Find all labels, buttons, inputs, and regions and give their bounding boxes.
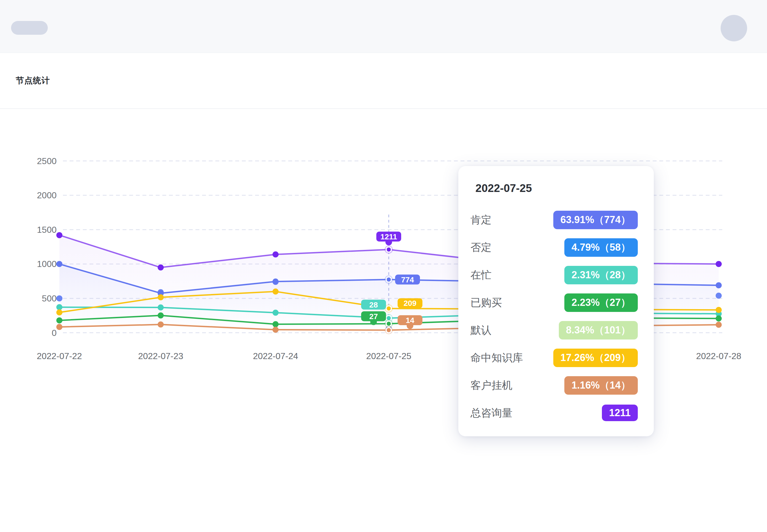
tooltip-series-label: 命中知识库 [470,351,523,365]
tooltip-row: 总咨询量1211 [470,399,638,427]
node-stats-chart[interactable]: 050010001500200025002022-07-222022-07-23… [0,109,767,532]
data-point-purchased [56,317,62,324]
tooltip-series-label: 默认 [470,323,491,337]
tooltip-series-label: 否定 [470,240,491,255]
tooltip-series-label: 肯定 [470,213,491,227]
y-axis-tick-label: 1000 [37,259,57,269]
data-point-negative [56,295,62,301]
tooltip-row: 肯定63.91%（774） [470,206,638,234]
data-point-purchased [716,316,722,322]
data-point-total [716,261,722,267]
data-point-kb_hit [158,294,164,300]
data-point-kb_hit [56,309,62,316]
tooltip-value-badge: 2.31%（28） [564,266,638,284]
data-point-hangup [158,322,164,328]
tooltip-value-badge: 8.34%（101） [559,321,638,339]
data-point-total [56,232,62,238]
tooltip-value-badge: 63.91%（774） [553,211,638,229]
tooltip-value-badge: 17.26%（209） [553,349,638,367]
x-axis-tick-label: 2022-07-23 [138,351,183,361]
tooltip-row: 默认8.34%（101） [470,316,638,344]
highlight-point-total [385,245,393,254]
tooltip-row: 在忙2.31%（28） [470,261,638,289]
y-axis-tick-label: 1500 [37,225,57,235]
tooltip-rows: 肯定63.91%（774）否定4.79%（58）在忙2.31%（28）已购买2.… [470,206,638,427]
data-point-positive [716,282,722,288]
data-point-kb_hit [716,307,722,313]
svg-text:209: 209 [404,299,417,308]
tooltip-row: 客户挂机1.16%（14） [470,371,638,399]
tooltip-date-title: 2022-07-25 [475,182,638,194]
highlight-point-positive [385,276,393,284]
tooltip-row: 命中知识库17.26%（209） [470,344,638,371]
data-point-kb_hit [273,288,279,295]
data-label-badge-positive: 774 [395,275,420,285]
data-point-hangup [56,324,62,330]
data-label-badge-busy: 28 [361,300,386,310]
y-axis-tick-label: 2500 [37,156,57,166]
y-axis-tick-label: 500 [42,293,57,303]
y-axis-tick-label: 2000 [37,190,57,200]
data-point-busy [158,304,164,311]
tooltip-row: 已购买2.23%（27） [470,289,638,316]
x-axis-tick-label: 2022-07-22 [37,351,82,361]
tooltip-series-label: 客户挂机 [470,378,512,392]
x-axis-tick-label: 2022-07-25 [366,351,411,361]
svg-text:27: 27 [369,312,378,321]
chart-tooltip: 2022-07-25 肯定63.91%（774）否定4.79%（58）在忙2.3… [458,166,654,436]
highlight-point-hangup [385,326,393,334]
y-axis-tick-label: 0 [52,328,57,338]
data-label-badge-kb_hit: 209 [398,298,422,308]
tooltip-series-label: 总咨询量 [470,406,512,420]
svg-text:14: 14 [406,316,414,325]
data-point-busy [56,304,62,310]
tooltip-value-badge: 1211 [602,405,638,421]
data-point-busy [273,310,279,316]
data-point-positive [273,279,279,285]
tooltip-series-label: 在忙 [470,268,491,282]
data-point-total [273,251,279,257]
data-point-positive [56,261,62,267]
tooltip-value-badge: 1.16%（14） [564,376,638,395]
x-axis-tick-label: 2022-07-28 [696,351,741,361]
data-point-negative [716,293,722,299]
data-point-total [158,264,164,271]
data-point-purchased [158,312,164,319]
data-label-badge-total: 1211 [376,232,401,245]
tooltip-value-badge: 2.23%（27） [564,293,638,312]
tooltip-value-badge: 4.79%（58） [564,238,638,257]
data-point-hangup [716,322,722,328]
tooltip-row: 否定4.79%（58） [470,234,638,261]
svg-text:1211: 1211 [380,232,397,241]
data-point-purchased [273,321,279,327]
app-root: 节点统计 050010001500200025002022-07-222022-… [0,0,767,532]
x-axis-tick-label: 2022-07-24 [253,351,298,361]
svg-text:774: 774 [401,276,414,284]
data-point-hangup [273,327,279,333]
tooltip-series-label: 已购买 [470,296,502,310]
svg-text:28: 28 [369,301,378,309]
